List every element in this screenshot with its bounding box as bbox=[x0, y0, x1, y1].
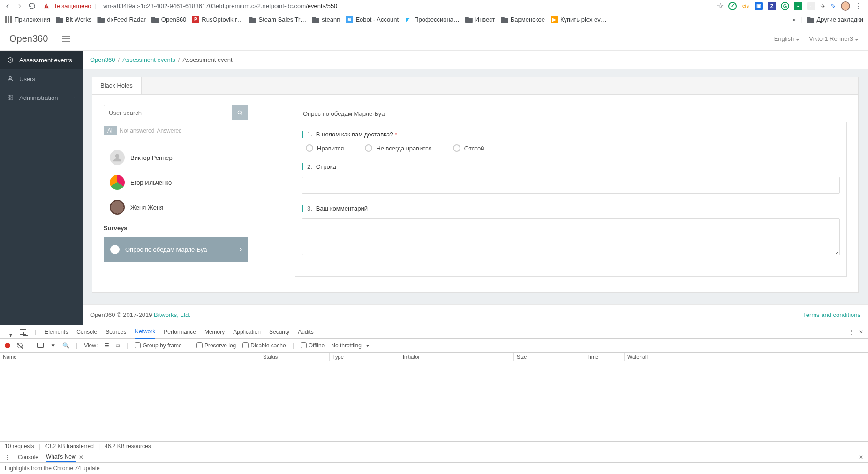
star-icon[interactable]: ☆ bbox=[717, 1, 724, 10]
search-icon[interactable]: 🔍 bbox=[62, 342, 69, 349]
drawer-tab-console[interactable]: Console bbox=[18, 452, 38, 462]
bookmark-item[interactable]: Steam Sales Tr… bbox=[249, 16, 306, 23]
survey-tab[interactable]: Опрос по обедам Марле-Буа bbox=[295, 105, 392, 122]
tab-audits[interactable]: Audits bbox=[298, 326, 313, 338]
col-name[interactable]: Name bbox=[0, 353, 260, 361]
sidebar-item-admin[interactable]: Administration ‹ bbox=[0, 88, 83, 107]
comment-textarea[interactable] bbox=[302, 218, 840, 255]
forward-icon[interactable] bbox=[16, 2, 23, 10]
screenshot-icon[interactable] bbox=[37, 343, 44, 348]
bookmark-item[interactable]: ≋Eobot - Account bbox=[346, 16, 399, 23]
sidebar-item-events[interactable]: Assessment events bbox=[0, 51, 83, 69]
disable-cache-check[interactable]: Disable cache bbox=[242, 342, 286, 349]
clear-icon[interactable] bbox=[17, 343, 23, 348]
list-item[interactable]: Егор Ильченко bbox=[104, 170, 248, 195]
survey-body[interactable]: 1.В целом как вам доставка? * Нравится Н… bbox=[295, 122, 847, 277]
kebab-icon[interactable]: ⋮ bbox=[5, 454, 10, 460]
col-status[interactable]: Status bbox=[260, 353, 330, 361]
ext-icon[interactable]: cjs bbox=[741, 2, 750, 10]
breadcrumb-section[interactable]: Assessment events bbox=[122, 56, 175, 63]
col-size[interactable]: Size bbox=[514, 353, 584, 361]
security-indicator[interactable]: Не защищено bbox=[43, 2, 91, 9]
network-columns: Name Status Type Initiator Size Time Wat… bbox=[0, 353, 868, 361]
ext-icon[interactable]: ✈ bbox=[820, 2, 826, 10]
inspect-icon[interactable] bbox=[5, 329, 11, 335]
bookmark-item[interactable]: PRusOptovik.r… bbox=[192, 16, 243, 23]
profile-avatar[interactable] bbox=[841, 1, 850, 11]
list-item[interactable]: Женя Женя bbox=[104, 195, 248, 215]
col-waterfall[interactable]: Waterfall bbox=[625, 353, 868, 361]
filter-answered[interactable]: Answered bbox=[157, 128, 181, 134]
app-brand[interactable]: Open360 bbox=[9, 33, 48, 44]
ext-icon[interactable]: ✓ bbox=[728, 2, 737, 10]
sidebar-item-users[interactable]: Users bbox=[0, 69, 83, 88]
user-search-input[interactable] bbox=[104, 105, 232, 120]
tab-security[interactable]: Security bbox=[269, 326, 289, 338]
search-button[interactable] bbox=[232, 105, 248, 120]
ext-icon[interactable]: ✎ bbox=[830, 2, 836, 10]
radio-option[interactable]: Не всегда нравится bbox=[365, 144, 431, 152]
menu-icon[interactable]: ⋮ bbox=[855, 1, 862, 10]
bookmark-item[interactable]: Open360 bbox=[151, 16, 187, 23]
bookmark-apps[interactable]: Приложения bbox=[5, 16, 50, 23]
kebab-icon[interactable]: ⋮ bbox=[848, 329, 854, 335]
back-icon[interactable] bbox=[4, 2, 11, 10]
tab-sources[interactable]: Sources bbox=[106, 326, 126, 338]
url-bar[interactable]: vm-a834f9ac-1c23-40f2-9461-618361703efd.… bbox=[103, 2, 713, 9]
bookmark-item[interactable]: steann bbox=[312, 16, 340, 23]
view-frame-icon[interactable]: ⧉ bbox=[116, 342, 120, 349]
col-type[interactable]: Type bbox=[330, 353, 400, 361]
bookmark-item[interactable]: ◤Профессиона… bbox=[404, 16, 460, 23]
bookmark-other[interactable]: Другие закладки bbox=[807, 16, 863, 23]
close-icon[interactable]: ✕ bbox=[859, 454, 863, 460]
radio-option[interactable]: Отстой bbox=[453, 144, 484, 152]
reload-icon[interactable] bbox=[28, 2, 36, 10]
tab-performance[interactable]: Performance bbox=[164, 326, 196, 338]
footer-terms-link[interactable]: Terms and conditions bbox=[803, 311, 860, 318]
preserve-log-check[interactable]: Preserve log bbox=[196, 342, 236, 349]
ext-icon[interactable]: ▫ bbox=[807, 2, 815, 10]
ext-icon[interactable]: ▪ bbox=[794, 2, 802, 10]
ext-icon[interactable]: ▣ bbox=[755, 2, 763, 10]
text-input[interactable] bbox=[302, 177, 840, 194]
close-icon[interactable]: ✕ bbox=[79, 454, 83, 460]
tab-blackholes[interactable]: Black Holes bbox=[92, 77, 142, 94]
list-item[interactable]: Виктор Реннер bbox=[104, 145, 248, 170]
bookmark-item[interactable]: ▶Купить plex ev… bbox=[551, 16, 607, 23]
bookmark-item[interactable]: Барменское bbox=[501, 16, 545, 23]
device-icon[interactable] bbox=[20, 329, 26, 335]
ext-icon[interactable]: G bbox=[781, 2, 789, 10]
bookmarks-overflow[interactable]: » bbox=[793, 16, 796, 23]
ext-icon[interactable]: Z bbox=[768, 2, 776, 10]
radio-option[interactable]: Нравится bbox=[306, 144, 344, 152]
filter-icon[interactable]: ▼ bbox=[50, 342, 56, 349]
user-menu[interactable]: Viktor1 Renner3 bbox=[809, 35, 859, 42]
offline-check[interactable]: Offline bbox=[301, 342, 325, 349]
throttling-select[interactable]: No throttling ▾ bbox=[331, 342, 369, 349]
bookmark-item[interactable]: Инвест bbox=[465, 16, 495, 23]
col-initiator[interactable]: Initiator bbox=[400, 353, 514, 361]
language-selector[interactable]: English bbox=[774, 35, 800, 42]
col-time[interactable]: Time bbox=[584, 353, 625, 361]
user-list[interactable]: Виктор Реннер Егор Ильченко Женя Женя bbox=[104, 145, 248, 215]
filter-all[interactable]: All bbox=[104, 126, 117, 135]
view-list-icon[interactable]: ☰ bbox=[104, 342, 109, 349]
menu-toggle-icon[interactable] bbox=[62, 36, 70, 42]
tab-network[interactable]: Network bbox=[135, 325, 155, 339]
tab-application[interactable]: Application bbox=[233, 326, 261, 338]
tab-memory[interactable]: Memory bbox=[204, 326, 225, 338]
drawer-tab-whatsnew[interactable]: What's New bbox=[46, 452, 76, 462]
group-by-frame-check[interactable]: Group by frame bbox=[135, 342, 181, 349]
tab-elements[interactable]: Elements bbox=[45, 326, 68, 338]
footer-company-link[interactable]: Bitworks, Ltd. bbox=[154, 311, 190, 318]
close-icon[interactable]: ✕ bbox=[859, 329, 863, 335]
survey-item[interactable]: Опрос по обедам Марле-Буа › bbox=[104, 237, 248, 262]
bookmark-item[interactable]: Bit Works bbox=[56, 16, 91, 23]
devtools-toolbar: | ▼ 🔍 | View: ☰ ⧉ | Group by frame | Pre… bbox=[0, 339, 868, 353]
bookmark-item[interactable]: dxFeed Radar bbox=[97, 16, 145, 23]
record-icon[interactable] bbox=[5, 343, 10, 348]
tab-console[interactable]: Console bbox=[76, 326, 97, 338]
breadcrumb-root[interactable]: Open360 bbox=[90, 56, 115, 63]
filter-not-answered[interactable]: Not answered bbox=[120, 128, 154, 134]
svg-rect-3 bbox=[11, 95, 13, 97]
